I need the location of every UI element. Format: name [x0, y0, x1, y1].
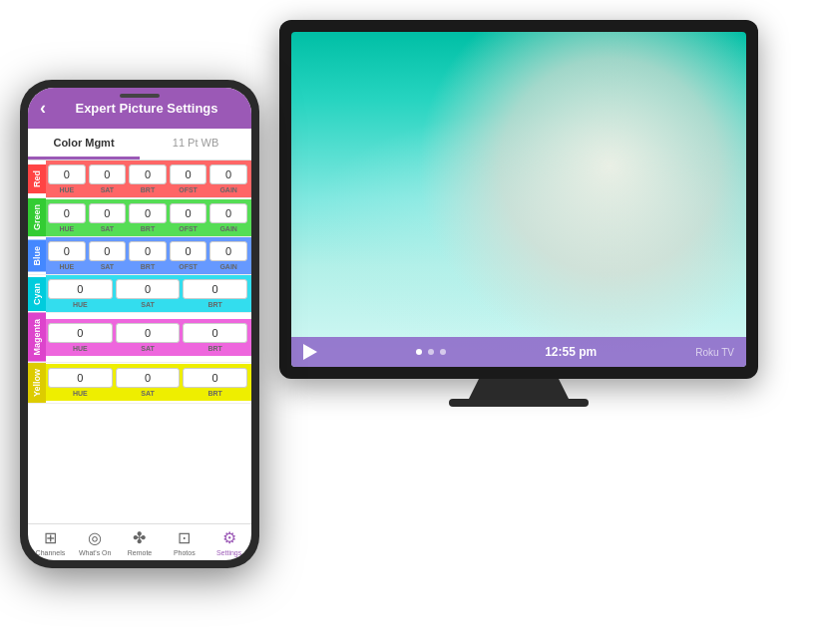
cyan-brt-val[interactable]: 0 [183, 279, 247, 299]
color-row-cyan: Cyan 0 0 0 HUE SAT BRT [28, 275, 251, 313]
channels-icon: ⊞ [44, 528, 57, 547]
green-brt-val[interactable]: 0 [129, 203, 167, 223]
green-hue-val[interactable]: 0 [48, 203, 86, 223]
yellow-labels: HUE SAT BRT [48, 390, 247, 397]
red-label: Red [28, 164, 46, 193]
whats-on-label: What's On [79, 549, 111, 556]
color-row-green: Green 0 0 0 0 0 HUE [28, 198, 251, 237]
color-row-yellow: Yellow 0 0 0 HUE SAT BRT [28, 363, 251, 404]
tab-color-mgmt[interactable]: Color Mgmt [28, 129, 140, 160]
tv-brand: Roku TV [695, 347, 734, 358]
yellow-sat-lbl: SAT [116, 390, 181, 397]
green-strip: Green 0 0 0 0 0 HUE [28, 198, 251, 236]
green-brt-lbl: BRT [129, 225, 167, 232]
remote-label: Remote [128, 549, 153, 556]
yellow-hue-val[interactable]: 0 [48, 368, 113, 388]
magenta-brt-lbl: BRT [183, 345, 247, 352]
phone-container: ‹ Expert Picture Settings Color Mgmt 11 … [20, 80, 259, 568]
color-row-red: Red 0 0 0 0 0 HUE [28, 161, 251, 198]
blue-sat-lbl: SAT [89, 263, 127, 270]
tv-body: 12:55 pm Roku TV [279, 20, 758, 379]
yellow-value-boxes: 0 0 0 [48, 368, 247, 388]
yellow-brt-val[interactable]: 0 [183, 368, 247, 388]
blue-hue-val[interactable]: 0 [48, 241, 86, 261]
blue-strip: Blue 0 0 0 0 0 HUE [28, 237, 251, 274]
magenta-sat-lbl: SAT [116, 345, 181, 352]
green-gain-val[interactable]: 0 [209, 203, 247, 223]
cyan-hue-lbl: HUE [48, 301, 113, 308]
green-ofst-lbl: OFST [170, 225, 207, 232]
blue-labels: HUE SAT BRT OFST GAIN [48, 263, 247, 270]
magenta-brt-val[interactable]: 0 [183, 323, 247, 343]
red-brt-val[interactable]: 0 [129, 164, 167, 184]
tv-screen: 12:55 pm Roku TV [291, 32, 746, 367]
magenta-hue-val[interactable]: 0 [48, 323, 113, 343]
green-hue-lbl: HUE [48, 225, 86, 232]
nav-channels[interactable]: ⊞ Channels [28, 528, 73, 556]
green-value-boxes: 0 0 0 0 0 [48, 203, 247, 223]
blue-gain-lbl: GAIN [209, 263, 247, 270]
red-sat-val[interactable]: 0 [89, 164, 127, 184]
dot-2 [428, 349, 434, 355]
red-strip: Red 0 0 0 0 0 HUE [28, 161, 251, 197]
whats-on-icon: ◎ [88, 528, 102, 547]
blue-gain-val[interactable]: 0 [209, 241, 247, 261]
green-label: Green [28, 198, 46, 236]
tv-control-bar: 12:55 pm Roku TV [291, 337, 746, 367]
blue-hue-lbl: HUE [48, 263, 86, 270]
magenta-sat-val[interactable]: 0 [116, 323, 181, 343]
cyan-label: Cyan [28, 277, 46, 311]
tv-container: 12:55 pm Roku TV [279, 20, 758, 419]
progress-dots [416, 349, 446, 355]
blue-ofst-val[interactable]: 0 [170, 241, 207, 261]
nav-whats-on[interactable]: ◎ What's On [73, 528, 118, 556]
photos-icon: ⊡ [178, 528, 191, 547]
settings-icon: ⚙ [222, 528, 236, 547]
tab-11pt-wb[interactable]: 11 Pt WB [140, 129, 251, 160]
green-gain-lbl: GAIN [209, 225, 247, 232]
red-sat-lbl: SAT [89, 186, 127, 193]
photos-label: Photos [174, 549, 196, 556]
channels-label: Channels [36, 549, 66, 556]
remote-icon: ✤ [133, 528, 146, 547]
nav-settings[interactable]: ⚙ Settings [206, 528, 251, 556]
blue-sat-val[interactable]: 0 [89, 241, 127, 261]
yellow-controls: 0 0 0 HUE SAT BRT [46, 364, 251, 401]
green-labels: HUE SAT BRT OFST GAIN [48, 225, 247, 232]
play-button-icon[interactable] [303, 344, 317, 360]
tv-stand [469, 379, 569, 399]
cyan-sat-val[interactable]: 0 [116, 279, 181, 299]
back-button[interactable]: ‹ [40, 98, 46, 119]
yellow-sat-val[interactable]: 0 [116, 368, 181, 388]
color-row-magenta: Magenta 0 0 0 HUE SAT BRT [28, 313, 251, 363]
cyan-hue-val[interactable]: 0 [48, 279, 113, 299]
blue-brt-val[interactable]: 0 [129, 241, 167, 261]
app-title: Expert Picture Settings [54, 101, 239, 116]
red-hue-val[interactable]: 0 [48, 164, 86, 184]
red-hue-lbl: HUE [48, 186, 86, 193]
phone-screen: ‹ Expert Picture Settings Color Mgmt 11 … [28, 88, 251, 560]
red-ofst-val[interactable]: 0 [170, 164, 207, 184]
green-sat-val[interactable]: 0 [89, 203, 127, 223]
red-gain-val[interactable]: 0 [209, 164, 247, 184]
magenta-value-boxes: 0 0 0 [48, 323, 247, 343]
magenta-hue-lbl: HUE [48, 345, 113, 352]
green-controls: 0 0 0 0 0 HUE SAT BRT [46, 199, 251, 236]
color-row-blue: Blue 0 0 0 0 0 HUE [28, 237, 251, 275]
dot-1 [416, 349, 422, 355]
cyan-value-boxes: 0 0 0 [48, 279, 247, 299]
tv-base [449, 399, 589, 407]
nav-photos[interactable]: ⊡ Photos [162, 528, 206, 556]
green-ofst-val[interactable]: 0 [170, 203, 207, 223]
nav-remote[interactable]: ✤ Remote [118, 528, 163, 556]
phone-body: ‹ Expert Picture Settings Color Mgmt 11 … [20, 80, 259, 568]
blue-controls: 0 0 0 0 0 HUE SAT BRT [46, 237, 251, 274]
blue-brt-lbl: BRT [129, 263, 167, 270]
polar-bear-image [291, 32, 746, 367]
red-value-boxes: 0 0 0 0 0 [48, 164, 247, 184]
cyan-sat-lbl: SAT [116, 301, 181, 308]
tabs-bar: Color Mgmt 11 Pt WB [28, 129, 251, 161]
dot-3 [440, 349, 446, 355]
red-ofst-lbl: OFST [170, 186, 207, 193]
settings-label: Settings [216, 549, 241, 556]
